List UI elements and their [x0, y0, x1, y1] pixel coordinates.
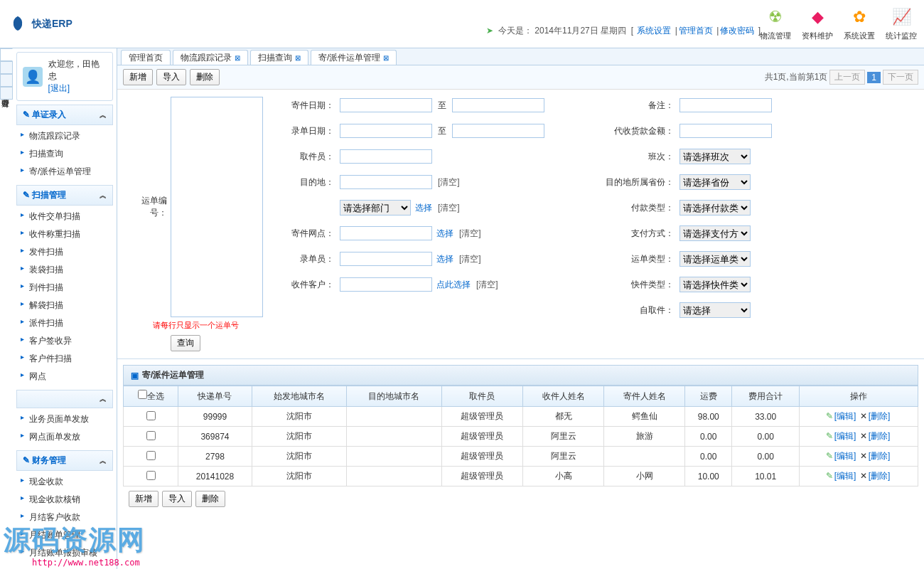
date-from-input[interactable]: [340, 98, 432, 112]
edit-link[interactable]: [编辑]: [834, 431, 856, 441]
edit-link[interactable]: [编辑]: [834, 451, 856, 461]
import-button-2[interactable]: 导入: [162, 491, 192, 507]
delete-link[interactable]: [删除]: [869, 471, 891, 481]
dept-select[interactable]: 请选择部门: [340, 200, 411, 216]
menu-header[interactable]: ✎ 单证录入︽: [16, 105, 113, 125]
menu-item[interactable]: 月结账单报损审核: [16, 544, 113, 562]
table-section: 寄/派件运单管理 全选快递单号始发地城市名目的地城市名取件员收件人姓名寄件人姓名…: [117, 359, 924, 517]
delete-button-2[interactable]: 删除: [195, 491, 225, 507]
add-button-2[interactable]: 新增: [129, 491, 159, 507]
vtab-scan[interactable]: 扫描管理: [0, 61, 13, 74]
add-button[interactable]: 新增: [123, 69, 153, 85]
pager-info: 共1页,当前第1页: [765, 71, 828, 83]
menu-item[interactable]: 发件扫描: [16, 243, 113, 261]
menu-header[interactable]: ✎ 财务管理︽: [16, 450, 113, 471]
row-checkbox[interactable]: [146, 451, 156, 460]
edit-link[interactable]: [编辑]: [834, 411, 856, 421]
row-checkbox[interactable]: [146, 431, 156, 440]
menu-item[interactable]: 客户件扫描: [16, 350, 113, 368]
menu-item[interactable]: 解袋扫描: [16, 297, 113, 314]
logout-link[interactable]: [退出]: [48, 83, 70, 93]
next-page[interactable]: 下一页: [883, 70, 918, 85]
menu-item[interactable]: 收件交单扫描: [16, 208, 113, 225]
tab-waybill[interactable]: 寄/派件运单管理⊠: [311, 50, 397, 65]
select-input[interactable]: 请选择付款类型: [679, 200, 751, 216]
select-input[interactable]: 请选择运单类型: [679, 251, 751, 267]
row-checkbox[interactable]: [146, 411, 156, 420]
select-input[interactable]: 请选择班次: [679, 149, 751, 164]
tab-home[interactable]: 管理首页: [121, 50, 171, 65]
select-input[interactable]: 请选择省份: [679, 174, 751, 190]
date-from-input[interactable]: [340, 124, 432, 138]
menu-item[interactable]: 网点: [16, 368, 113, 385]
link-change-pwd[interactable]: 修改密码: [720, 26, 754, 36]
column-header: 操作: [800, 386, 918, 407]
text-input[interactable]: [340, 252, 432, 266]
text-input[interactable]: [340, 226, 432, 240]
nav-logistics[interactable]: ☢物流管理: [760, 6, 791, 41]
delete-link[interactable]: [删除]: [869, 451, 891, 461]
menu-item[interactable]: 派件扫描: [16, 314, 113, 332]
select-input[interactable]: 请选择: [679, 302, 751, 318]
select-here-link[interactable]: 点此选择: [436, 279, 471, 291]
text-input[interactable]: [340, 149, 432, 164]
text-input[interactable]: [340, 175, 432, 189]
waybill-textarea[interactable]: [171, 97, 263, 317]
text-input[interactable]: [679, 98, 772, 112]
link-admin-home[interactable]: 管理首页: [679, 26, 713, 36]
link-sys-settings[interactable]: 系统设置: [637, 26, 671, 36]
menu-header[interactable]: ︽: [16, 390, 113, 408]
select-all-checkbox[interactable]: [138, 390, 147, 399]
menu-item[interactable]: 装袋扫描: [16, 261, 113, 279]
edit-link[interactable]: [编辑]: [834, 471, 856, 481]
choose-link[interactable]: 选择: [415, 202, 432, 214]
text-input[interactable]: [679, 124, 772, 138]
query-button[interactable]: 查询: [171, 335, 200, 351]
close-icon[interactable]: ⊠: [235, 54, 240, 62]
vtab-finance[interactable]: 财务管理: [0, 87, 13, 100]
menu-item[interactable]: 收件称重扫描: [16, 225, 113, 243]
delete-link[interactable]: [删除]: [869, 411, 891, 421]
import-button[interactable]: 导入: [156, 69, 186, 85]
tab-scan-query[interactable]: 扫描查询⊠: [250, 50, 308, 65]
nav-data[interactable]: ◆资料维护: [802, 6, 833, 41]
menu-item[interactable]: 寄/派件运单管理: [16, 163, 113, 181]
text-input[interactable]: [340, 277, 432, 292]
menu-item[interactable]: 现金收款: [16, 473, 113, 491]
menu-item[interactable]: 业务员面单发放: [16, 410, 113, 428]
vtab-dispatch[interactable]: 发放管理: [0, 74, 13, 87]
clear-link[interactable]: [清空]: [459, 253, 481, 265]
close-icon[interactable]: ⊠: [383, 54, 389, 62]
select-input[interactable]: 请选择快件类型: [679, 277, 751, 292]
menu-item[interactable]: 网点面单发放: [16, 428, 113, 446]
menu-item[interactable]: 月结客户收款: [16, 509, 113, 526]
select-input[interactable]: 请选择支付方式: [679, 225, 751, 241]
menu-item[interactable]: 扫描查询: [16, 145, 113, 163]
tab-tracking[interactable]: 物流跟踪记录⊠: [173, 50, 248, 65]
choose-link[interactable]: 选择: [436, 228, 453, 240]
clear-link[interactable]: [清空]: [459, 228, 481, 240]
date-to-input[interactable]: [452, 124, 544, 138]
content-area: 管理首页 物流跟踪记录⊠ 扫描查询⊠ 寄/派件运单管理⊠ 新增 导入 删除 共1…: [117, 48, 924, 569]
choose-link[interactable]: 选择: [436, 253, 453, 265]
nav-settings[interactable]: ✿系统设置: [844, 6, 875, 41]
menu-item[interactable]: 现金收款核销: [16, 491, 113, 509]
menu-item[interactable]: 月结账单管理: [16, 526, 113, 544]
menu-item[interactable]: 物流跟踪记录: [16, 127, 113, 145]
nav-stats[interactable]: 📈统计监控: [886, 6, 917, 41]
date-to-input[interactable]: [452, 98, 544, 112]
delete-link[interactable]: [删除]: [869, 431, 891, 441]
menu-item[interactable]: 到件扫描: [16, 279, 113, 297]
delete-button[interactable]: 删除: [190, 69, 220, 85]
column-header[interactable]: 全选: [124, 386, 178, 407]
clear-link[interactable]: [清空]: [476, 279, 498, 291]
logo: 快递ERP: [7, 14, 72, 35]
prev-page[interactable]: 上一页: [829, 70, 865, 85]
menu-item[interactable]: 客户签收异: [16, 332, 113, 350]
menu-header[interactable]: ✎ 扫描管理︽: [16, 185, 113, 206]
vtab-entry[interactable]: 单证录入: [0, 48, 13, 61]
clear-link[interactable]: [清空]: [438, 202, 460, 214]
row-checkbox[interactable]: [146, 471, 156, 480]
clear-link[interactable]: [清空]: [438, 176, 460, 188]
close-icon[interactable]: ⊠: [295, 54, 301, 62]
